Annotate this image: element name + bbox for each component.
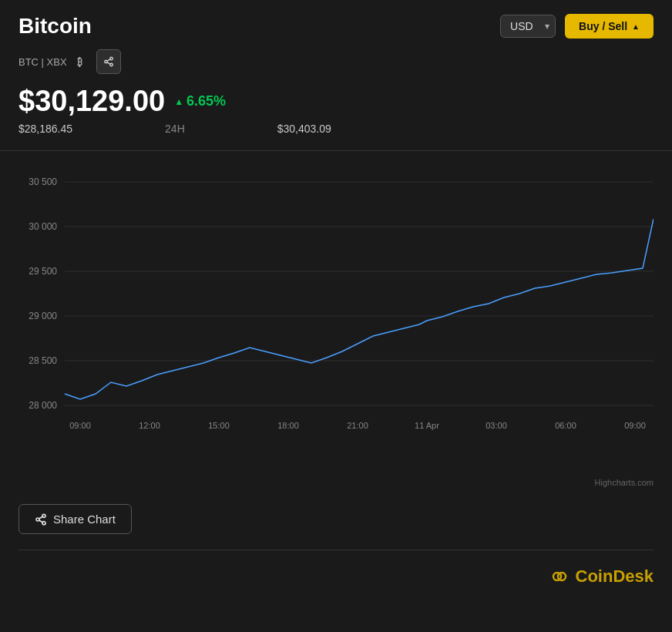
share-chart-section: Share Chart bbox=[0, 489, 672, 550]
price-high: $30,403.09 bbox=[277, 123, 331, 135]
price-range-row: $28,186.45 24H $30,403.09 bbox=[18, 118, 654, 143]
svg-line-5 bbox=[107, 59, 110, 61]
price-low: $28,186.45 bbox=[18, 123, 72, 135]
svg-line-30 bbox=[39, 520, 43, 523]
svg-text:06:00: 06:00 bbox=[555, 421, 576, 430]
chart-container: 30 500 30 000 29 500 29 000 28 500 28 00… bbox=[0, 151, 672, 475]
svg-text:09:00: 09:00 bbox=[69, 421, 91, 430]
share-icon bbox=[103, 56, 114, 67]
share-chart-icon bbox=[35, 513, 47, 526]
price-chart: 30 500 30 000 29 500 29 000 28 500 28 00… bbox=[18, 166, 654, 475]
current-price-value: $30,129.00 bbox=[18, 85, 165, 118]
sub-header: BTC | XBX ₿ bbox=[0, 46, 672, 80]
period-label: 24H bbox=[165, 123, 185, 135]
highcharts-credit: Highcharts.com bbox=[595, 478, 654, 487]
svg-text:28 000: 28 000 bbox=[29, 400, 57, 411]
svg-line-4 bbox=[107, 62, 110, 64]
svg-text:29 000: 29 000 bbox=[29, 311, 57, 321]
svg-text:18:00: 18:00 bbox=[277, 421, 299, 430]
svg-text:12:00: 12:00 bbox=[139, 421, 160, 430]
svg-line-31 bbox=[39, 516, 43, 519]
currency-wrapper: USD EUR GBP JPY bbox=[500, 15, 556, 38]
svg-text:09:00: 09:00 bbox=[624, 421, 646, 430]
svg-text:30 000: 30 000 bbox=[29, 221, 57, 232]
svg-text:₿: ₿ bbox=[77, 56, 82, 68]
svg-text:28 500: 28 500 bbox=[29, 355, 57, 366]
coindesk-label: CoinDesk bbox=[576, 566, 654, 587]
share-button-header[interactable] bbox=[96, 49, 121, 74]
price-section: $30,129.00 6.65% $28,186.45 24H $30,403.… bbox=[0, 80, 672, 150]
currency-select[interactable]: USD EUR GBP JPY bbox=[500, 15, 556, 38]
price-line bbox=[65, 219, 654, 399]
share-chart-button[interactable]: Share Chart bbox=[18, 504, 132, 534]
coindesk-icon bbox=[548, 566, 570, 587]
bitcoin-icon: ₿ bbox=[75, 55, 89, 69]
current-price-display: $30,129.00 6.65% bbox=[18, 85, 654, 118]
svg-text:30 500: 30 500 bbox=[29, 176, 57, 187]
svg-text:03:00: 03:00 bbox=[486, 421, 507, 430]
ticker-pair: BTC | XBX bbox=[18, 56, 67, 68]
header-controls: USD EUR GBP JPY Buy / Sell bbox=[500, 14, 654, 39]
buy-sell-button[interactable]: Buy / Sell bbox=[565, 14, 654, 39]
price-change-badge: 6.65% bbox=[174, 93, 226, 109]
svg-text:29 500: 29 500 bbox=[29, 266, 57, 277]
page-header: Bitcoin USD EUR GBP JPY Buy / Sell bbox=[0, 0, 672, 46]
svg-text:15:00: 15:00 bbox=[208, 421, 230, 430]
svg-text:21:00: 21:00 bbox=[347, 421, 368, 430]
coindesk-logo-section: CoinDesk bbox=[0, 550, 672, 603]
share-chart-label: Share Chart bbox=[53, 513, 116, 526]
coin-title: Bitcoin bbox=[18, 14, 92, 39]
svg-text:11 Apr: 11 Apr bbox=[415, 421, 439, 430]
